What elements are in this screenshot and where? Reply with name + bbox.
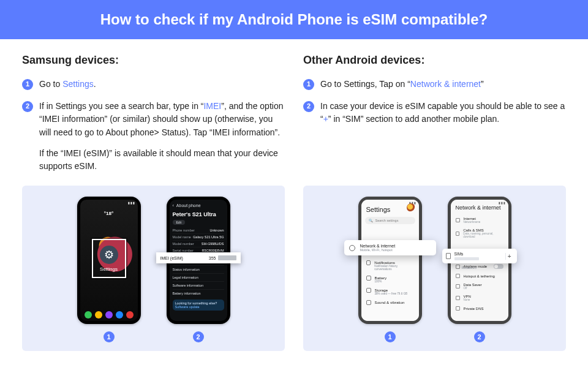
list-item: Private DNS (454, 304, 505, 313)
samsung-step-2: 2 If in Settings you see a search bar, t… (22, 100, 285, 173)
sim-icon (446, 253, 451, 259)
app-dock (80, 311, 138, 318)
samsung-phone-home: ▮ ▮ ▮ °18° ⚙ Settings (77, 197, 141, 324)
other-step-1: 1 Go to Settings, Tap on “Network & inte… (303, 78, 566, 91)
status-bar: ▮ ▮ ▮ (80, 201, 138, 207)
redteago-label: RedteaGO (462, 266, 477, 270)
samsung-steps: 1 Go to Settings. 2 If in Settings you s… (22, 78, 285, 173)
other-illustration: ▮ ▮ ▮ Settings 🔍 Search settings AppsAss… (303, 186, 566, 351)
step-badge: 1 (22, 79, 33, 90)
calls-icon (456, 232, 460, 236)
wifi-icon (349, 245, 355, 251)
other-column: Other Android devices: 1 Go to Settings,… (303, 54, 566, 182)
search-settings: 🔍 Search settings (365, 217, 415, 224)
settings-label: Settings (100, 266, 118, 272)
imei-value-prefix: 355 (209, 256, 216, 260)
list-item: NotificationsNotification history, conve… (365, 258, 415, 273)
device-name: Peter's S21 Ultra (173, 210, 224, 219)
hotspot-icon (456, 274, 460, 278)
about-item: Software information (173, 281, 224, 289)
about-item: Battery information (173, 289, 224, 297)
step-badge: 1 (303, 79, 314, 90)
about-footer: Looking for something else? Software upd… (173, 300, 224, 311)
about-item: Legal information (173, 273, 224, 281)
sims-title: SIMs (454, 252, 479, 256)
avatar-chip (407, 203, 415, 212)
text: If in Settings you see a search bar, typ… (39, 101, 203, 111)
samsung-phone-about: ‹ About phone Peter's S21 Ultra Edit Pho… (167, 197, 230, 324)
settings-app-tile: ⚙ Settings (92, 239, 126, 278)
list-item: Battery100% (365, 273, 415, 285)
page-title: How to check if my Android Phone is eSIM… (0, 0, 588, 39)
status-bar: ▮ ▮ ▮ (451, 201, 508, 207)
about-row: Model numberSM-G998U/DS (173, 241, 224, 247)
imei-mask (218, 255, 236, 260)
text: ” in “SIM” section to add another mobile… (328, 114, 499, 124)
illustration-row: ▮ ▮ ▮ °18° ⚙ Settings ‹ About phone Pet (0, 186, 588, 363)
callout-sub: Mobile, Wi-Fi, hotspot (360, 248, 396, 252)
gear-icon: ⚙ (100, 246, 118, 264)
notifications-icon (366, 260, 371, 265)
sims-callout: SIMs + (442, 249, 517, 263)
text: . (94, 79, 96, 89)
imei-link[interactable]: IMEI (203, 101, 221, 111)
android-phone-settings: ▮ ▮ ▮ Settings 🔍 Search settings AppsAss… (358, 197, 422, 324)
list-item: Sound & vibration (365, 298, 415, 307)
sound-icon (366, 300, 371, 305)
list-item: Data SaverOff (454, 281, 505, 292)
other-step-2: 2 In case your device is eSIM capable yo… (303, 100, 566, 126)
storage-icon (366, 288, 371, 293)
internet-icon (456, 218, 460, 222)
sims-sub-mask (454, 257, 479, 260)
datasaver-icon (456, 284, 460, 288)
imei-esim-label: IMEI (eSIM) (160, 256, 183, 260)
caption-badge: 1 (385, 331, 396, 342)
text: Go to Settings, Tap on “ (320, 79, 410, 89)
list-item: Hotspot & tethering (454, 271, 505, 281)
back-icon: ‹ (173, 203, 174, 208)
samsung-illustration: ▮ ▮ ▮ °18° ⚙ Settings ‹ About phone Pet (22, 186, 285, 351)
network-internet-link[interactable]: Network & internet (410, 79, 481, 89)
list-item: Storage38% used — free 79.6 GB (365, 285, 415, 298)
step-badge: 2 (303, 101, 314, 112)
airplane-toggle (494, 264, 503, 269)
edit-button: Edit (173, 220, 186, 225)
settings-link[interactable]: Settings (62, 79, 94, 89)
caption-badge: 1 (104, 331, 115, 342)
airplane-icon (456, 265, 460, 269)
samsung-heading: Samsung devices: (22, 54, 285, 67)
step-badge: 2 (22, 101, 33, 112)
about-row: Phone numberUnknown (173, 227, 224, 234)
text: If the “IMEI (eSIM)” is available it sho… (39, 147, 285, 173)
android-phone-network: ▮ ▮ ▮ Network & internet InternetNetwork… (448, 197, 511, 324)
weather-widget: °18° (80, 211, 138, 216)
search-placeholder: Search settings (375, 219, 399, 222)
caption-badge: 2 (474, 331, 485, 342)
dns-icon (456, 306, 460, 311)
caption-row: 1 2 (358, 331, 511, 342)
caption-badge: 2 (193, 331, 204, 342)
imei-esim-callout: IMEI (eSIM) 355 (156, 252, 241, 263)
about-item: Status information (173, 265, 224, 273)
text: Go to (39, 79, 62, 89)
battery-icon (366, 276, 371, 281)
plus-link[interactable]: + (323, 114, 328, 124)
search-icon: 🔍 (369, 219, 373, 222)
list-item: VPNNone (454, 292, 505, 304)
network-internet-callout: Network & internet Mobile, Wi-Fi, hotspo… (344, 240, 436, 255)
about-phone-title: About phone (176, 203, 201, 208)
samsung-column: Samsung devices: 1 Go to Settings. 2 If … (22, 54, 285, 182)
add-sim-plus: + (505, 253, 513, 260)
samsung-step-1: 1 Go to Settings. (22, 78, 285, 91)
list-item: Calls & SMSData, roaming, personal, down… (454, 226, 505, 241)
vpn-icon (456, 296, 460, 300)
text: ” (481, 79, 484, 89)
columns: Samsung devices: 1 Go to Settings. 2 If … (0, 39, 588, 182)
caption-row: 1 2 (77, 331, 230, 342)
list-item: InternetNetworkname (454, 214, 505, 226)
callout-title: Network & internet (360, 244, 396, 248)
about-header: ‹ About phone (173, 202, 224, 210)
about-row: Model nameGalaxy S21 Ultra 5G (173, 234, 224, 241)
other-heading: Other Android devices: (303, 54, 566, 67)
other-steps: 1 Go to Settings, Tap on “Network & inte… (303, 78, 566, 126)
